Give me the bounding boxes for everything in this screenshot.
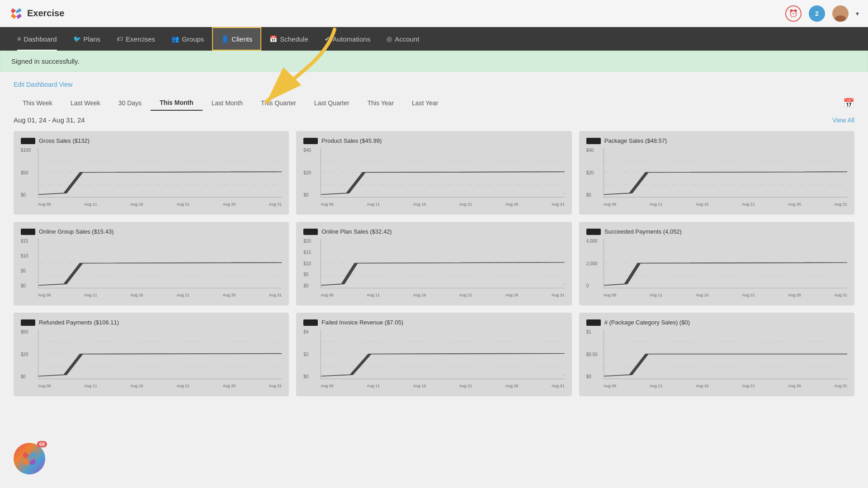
chart-title-5: Succeeded Payments (4,052) [604, 228, 682, 235]
svg-marker-34 [23, 452, 29, 459]
bottom-badge-button[interactable]: 69 [14, 443, 45, 474]
y-axis-7: $4$2$0 [303, 329, 321, 379]
x-axis-4: Aug 06Aug 11Aug 16Aug 21Aug 26Aug 31 [321, 293, 564, 297]
chart-body-3: $15$10$5$0Aug 06Aug 11Aug 16Aug 21Aug 26… [21, 239, 282, 297]
main-content: Edit Dashboard View This Week Last Week … [0, 72, 868, 488]
chart-line-8 [604, 354, 847, 376]
nav-item-exercises[interactable]: 🏷 Exercises [108, 27, 163, 51]
schedule-icon: 📅 [269, 35, 277, 42]
nav-item-account[interactable]: ◎ Account [378, 27, 427, 51]
chart-area-3 [38, 239, 282, 288]
svg-marker-37 [29, 459, 36, 465]
chart-body-6: $60$20$0Aug 06Aug 11Aug 16Aug 21Aug 26Au… [21, 329, 282, 388]
nav-label-plans: Plans [84, 35, 101, 43]
date-range-text: Aug 01, 24 - Aug 31, 24 [14, 116, 85, 124]
nav-item-groups[interactable]: 👥 Groups [163, 27, 212, 51]
chart-legend-1 [303, 138, 318, 144]
tab-this-year[interactable]: This Year [359, 96, 403, 110]
time-period-tabs: This Week Last Week 30 Days This Month L… [14, 95, 854, 111]
nav-bar: ≡ Dashboard 🐦 Plans 🏷 Exercises 👥 Groups… [0, 27, 868, 51]
svg-marker-35 [29, 452, 36, 459]
tab-this-week[interactable]: This Week [14, 96, 61, 110]
chart-area-2 [604, 148, 847, 197]
tab-last-year[interactable]: Last Year [403, 96, 447, 110]
chart-card-3: Online Group Sales ($15.43)$15$10$5$0Aug… [14, 222, 289, 305]
x-axis-5: Aug 06Aug 11Aug 16Aug 21Aug 26Aug 31 [604, 293, 847, 297]
x-axis-3: Aug 06Aug 11Aug 16Aug 21Aug 26Aug 31 [38, 293, 282, 297]
logo-area: Exercise [9, 6, 785, 21]
chart-title-4: Online Plan Sales ($32.42) [321, 228, 392, 235]
calendar-icon[interactable]: 📅 [843, 98, 854, 108]
y-axis-0: $100$50$0 [21, 148, 38, 197]
tab-last-week[interactable]: Last Week [61, 96, 109, 110]
chart-title-2: Package Sales ($48.57) [604, 137, 667, 144]
chart-card-7: Failed Invoice Revenue ($7.05)$4$2$0Aug … [296, 313, 571, 396]
edit-dashboard-link[interactable]: Edit Dashboard View [14, 81, 854, 88]
chart-body-5: 4,0002,0000Aug 06Aug 11Aug 16Aug 21Aug 2… [586, 239, 847, 297]
top-right-icons: ⏰ 2 ▾ [785, 5, 859, 22]
nav-label-automations: Automations [333, 35, 370, 43]
chart-title-7: Failed Invoice Revenue ($7.05) [321, 319, 403, 326]
notification-button[interactable]: 2 [809, 5, 825, 22]
tab-this-quarter[interactable]: This Quarter [252, 96, 305, 110]
nav-label-schedule: Schedule [280, 35, 308, 43]
clients-icon: 👤 [221, 35, 229, 42]
tab-last-month[interactable]: Last Month [203, 96, 252, 110]
success-message: Signed in successfully. [11, 57, 80, 65]
svg-marker-1 [16, 8, 22, 14]
nav-item-plans[interactable]: 🐦 Plans [65, 27, 109, 51]
nav-item-dashboard[interactable]: ≡ Dashboard [9, 27, 65, 51]
charts-grid: Gross Sales ($132)$100$50$0Aug 06Aug 11A… [14, 131, 854, 396]
chart-title-3: Online Group Sales ($15.43) [39, 228, 113, 235]
chart-header-8: # (Package Category Sales) ($0) [586, 319, 847, 326]
chart-title-0: Gross Sales ($132) [39, 137, 90, 144]
chart-area-6 [38, 329, 282, 379]
account-icon: ◎ [387, 35, 392, 42]
avatar[interactable] [832, 5, 849, 22]
chart-line-0 [38, 155, 282, 194]
chart-card-5: Succeeded Payments (4,052)4,0002,0000Aug… [579, 222, 854, 305]
chart-header-3: Online Group Sales ($15.43) [21, 228, 282, 235]
x-axis-6: Aug 06Aug 11Aug 16Aug 21Aug 26Aug 31 [38, 384, 282, 388]
chart-card-8: # (Package Category Sales) ($0)$1$0.50$0… [579, 313, 854, 396]
svg-marker-36 [23, 459, 29, 465]
chart-legend-3 [21, 229, 35, 235]
chart-header-4: Online Plan Sales ($32.42) [303, 228, 564, 235]
chart-line-7 [321, 337, 564, 376]
badge-count: 69 [37, 441, 47, 447]
top-bar: Exercise ⏰ 2 ▾ [0, 0, 868, 27]
tab-last-quarter[interactable]: Last Quarter [305, 96, 359, 110]
svg-point-5 [835, 15, 846, 22]
chart-card-6: Refunded Payments ($106.11)$60$20$0Aug 0… [14, 313, 289, 396]
chart-title-8: # (Package Category Sales) ($0) [604, 319, 690, 326]
nav-item-schedule[interactable]: 📅 Schedule [261, 27, 316, 51]
tab-30-days[interactable]: 30 Days [109, 96, 151, 110]
chart-line-4 [321, 244, 564, 285]
chart-legend-6 [21, 319, 35, 326]
tab-this-month[interactable]: This Month [151, 95, 203, 111]
chart-body-0: $100$50$0Aug 06Aug 11Aug 16Aug 21Aug 26A… [21, 148, 282, 206]
chart-legend-4 [303, 229, 318, 235]
chart-legend-5 [586, 229, 601, 235]
chart-area-1 [321, 148, 564, 197]
chart-area-4 [321, 239, 564, 288]
chart-legend-2 [586, 138, 601, 144]
svg-marker-0 [11, 8, 16, 14]
chart-line-6 [38, 342, 282, 376]
exercises-icon: 🏷 [117, 35, 123, 42]
chart-card-0: Gross Sales ($132)$100$50$0Aug 06Aug 11A… [14, 131, 289, 215]
nav-item-automations[interactable]: ✔ Automations [316, 27, 378, 51]
avatar-chevron-icon[interactable]: ▾ [856, 10, 859, 17]
dashboard-icon: ≡ [17, 35, 21, 42]
x-axis-0: Aug 06Aug 11Aug 16Aug 21Aug 26Aug 31 [38, 202, 282, 206]
nav-item-clients[interactable]: 👤 Clients [212, 27, 261, 51]
chart-line-1 [321, 157, 564, 195]
chart-title-6: Refunded Payments ($106.11) [39, 319, 119, 326]
y-axis-8: $1$0.50$0 [586, 329, 604, 379]
y-axis-2: $40$20$0 [586, 148, 604, 197]
svg-marker-2 [11, 14, 16, 19]
chart-line-2 [604, 157, 847, 195]
view-all-link[interactable]: View All [832, 117, 854, 124]
clock-button[interactable]: ⏰ [785, 5, 802, 22]
nav-label-clients: Clients [231, 35, 252, 43]
